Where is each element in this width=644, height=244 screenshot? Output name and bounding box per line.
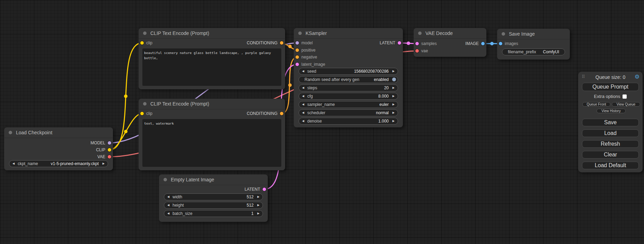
scheduler-widget[interactable]: ◀ scheduler normal ▶ (299, 109, 398, 116)
port-conditioning-output[interactable] (280, 112, 283, 115)
node-header[interactable]: VAE Decode (414, 28, 486, 39)
next-arrow-icon[interactable]: ▶ (392, 85, 395, 91)
seed-widget[interactable]: ◀ seed 156680208700286 ▶ (299, 68, 398, 75)
port-clip-input[interactable] (140, 41, 144, 45)
prev-arrow-icon[interactable]: ◀ (302, 118, 304, 124)
link-dot (124, 94, 127, 98)
node-vae-decode[interactable]: VAE Decode samples IMAGE vae (414, 28, 486, 57)
next-arrow-icon[interactable]: ▶ (257, 210, 259, 217)
collapse-dot-icon[interactable] (143, 102, 147, 106)
port-samples-input[interactable] (415, 42, 419, 45)
widget-label: batch_size (173, 210, 192, 217)
prompt-textarea-negative[interactable]: text, watermark (142, 119, 281, 167)
prev-arrow-icon[interactable]: ◀ (302, 101, 304, 108)
prev-arrow-icon[interactable]: ◀ (302, 68, 304, 74)
load-default-button[interactable]: Load Default (582, 162, 639, 169)
steps-widget[interactable]: ◀ steps 20 ▶ (299, 84, 398, 91)
port-image-output[interactable] (481, 42, 485, 45)
prev-arrow-icon[interactable]: ◀ (302, 85, 304, 91)
port-vae-input[interactable] (415, 49, 419, 53)
cfg-widget[interactable]: ◀ cfg 8.000 ▶ (299, 93, 398, 100)
node-ksampler[interactable]: KSampler model LATENT positive negative … (294, 28, 403, 127)
width-widget[interactable]: ◀ width 512 ▶ (164, 193, 263, 200)
slot-label: clip (146, 39, 152, 46)
slot-label: CONDITIONING (247, 39, 277, 46)
port-images-input[interactable] (499, 42, 502, 45)
gear-icon[interactable]: ⚙ (635, 73, 639, 80)
next-arrow-icon[interactable]: ▶ (257, 202, 259, 208)
prev-arrow-icon[interactable]: ◀ (302, 93, 304, 99)
node-header[interactable]: Empty Latent Image (159, 174, 268, 185)
denoise-widget[interactable]: ◀ denoise 1.000 ▶ (299, 118, 398, 125)
slot-row: negative (294, 54, 403, 61)
prev-arrow-icon[interactable]: ◀ (167, 194, 169, 200)
node-graph-canvas[interactable]: Load Checkpoint MODEL CLIP VAE ◀ ckpt_na… (0, 0, 644, 244)
extra-options-checkbox[interactable] (623, 94, 627, 99)
collapse-dot-icon[interactable] (9, 131, 12, 134)
queue-prompt-button[interactable]: Queue Prompt (582, 83, 639, 91)
next-arrow-icon[interactable]: ▶ (392, 101, 395, 108)
batch-size-widget[interactable]: ◀ batch_size 1 ▶ (164, 210, 263, 217)
port-positive-input[interactable] (295, 48, 299, 52)
prev-arrow-icon[interactable]: ◀ (302, 110, 304, 116)
save-button[interactable]: Save (582, 119, 639, 126)
port-clip-output[interactable] (108, 148, 111, 152)
random-seed-toggle-widget[interactable]: Random seed after every gen enabled (299, 76, 398, 83)
node-empty-latent-image[interactable]: Empty Latent Image LATENT ◀ width 512 ▶ … (159, 174, 268, 222)
node-header[interactable]: KSampler (294, 28, 403, 39)
height-widget[interactable]: ◀ height 512 ▶ (164, 202, 263, 209)
collapse-dot-icon[interactable] (502, 32, 505, 36)
next-arrow-icon[interactable]: ▶ (392, 93, 395, 99)
prev-arrow-icon[interactable]: ◀ (12, 161, 15, 167)
slot-row: positive (294, 47, 403, 54)
prev-arrow-icon[interactable]: ◀ (167, 210, 169, 217)
node-header[interactable]: Load Checkpoint (4, 127, 113, 138)
node-title: CLIP Text Encode (Prompt) (150, 28, 209, 38)
node-header[interactable]: CLIP Text Encode (Prompt) (139, 99, 285, 109)
view-history-button[interactable]: View History (597, 109, 626, 113)
clear-button[interactable]: Clear (582, 151, 639, 159)
queue-front-button[interactable]: Queue Front (582, 102, 610, 107)
port-negative-input[interactable] (295, 55, 299, 59)
port-clip-input[interactable] (140, 112, 144, 115)
port-latent-output[interactable] (263, 188, 266, 191)
toggle-dot-icon[interactable] (392, 78, 396, 81)
next-arrow-icon[interactable]: ▶ (392, 118, 395, 124)
slot-label: VAE (97, 153, 105, 160)
node-load-checkpoint[interactable]: Load Checkpoint MODEL CLIP VAE ◀ ckpt_na… (4, 127, 113, 170)
ckpt-name-widget[interactable]: ◀ ckpt_name v1-5-pruned-emaonly.ckpt ▶ (9, 160, 108, 167)
sampler-name-widget[interactable]: ◀ sampler_name euler ▶ (299, 101, 398, 108)
collapse-dot-icon[interactable] (298, 31, 302, 35)
prev-arrow-icon[interactable]: ◀ (167, 202, 169, 208)
port-latent-image-input[interactable] (295, 63, 299, 66)
collapse-dot-icon[interactable] (418, 31, 422, 35)
queue-menu-panel: ⠿ Queue size: 0 ⚙ Queue Prompt Extra opt… (578, 72, 643, 172)
next-arrow-icon[interactable]: ▶ (392, 68, 395, 74)
node-clip-text-encode-negative[interactable]: CLIP Text Encode (Prompt) clip CONDITION… (139, 99, 285, 170)
filename-prefix-widget[interactable]: filename_prefix ComfyUI (502, 48, 565, 55)
slot-label: images (505, 40, 518, 47)
port-vae-output[interactable] (108, 155, 111, 159)
port-conditioning-output[interactable] (280, 41, 283, 45)
node-header[interactable]: Save Image (497, 29, 570, 39)
load-button[interactable]: Load (582, 129, 639, 137)
collapse-dot-icon[interactable] (143, 31, 147, 35)
node-save-image[interactable]: Save Image images filename_prefix ComfyU… (497, 29, 570, 60)
port-model-output[interactable] (108, 141, 111, 145)
collapse-dot-icon[interactable] (164, 178, 167, 181)
widget-value: enabled (374, 76, 389, 83)
widget-value: 512 (247, 202, 254, 208)
prompt-textarea-positive[interactable]: beautiful scenery nature glass bottle la… (142, 48, 281, 86)
next-arrow-icon[interactable]: ▶ (257, 194, 259, 200)
next-arrow-icon[interactable]: ▶ (392, 110, 395, 116)
node-title: VAE Decode (425, 28, 453, 38)
widget-label: seed (307, 68, 316, 74)
view-queue-button[interactable]: View Queue (612, 102, 640, 107)
port-latent-output[interactable] (398, 41, 401, 45)
link-dot (288, 83, 292, 87)
node-header[interactable]: CLIP Text Encode (Prompt) (139, 28, 285, 39)
port-model-input[interactable] (295, 41, 299, 45)
node-clip-text-encode-positive[interactable]: CLIP Text Encode (Prompt) clip CONDITION… (139, 28, 285, 89)
next-arrow-icon[interactable]: ▶ (103, 161, 105, 167)
refresh-button[interactable]: Refresh (582, 140, 639, 148)
